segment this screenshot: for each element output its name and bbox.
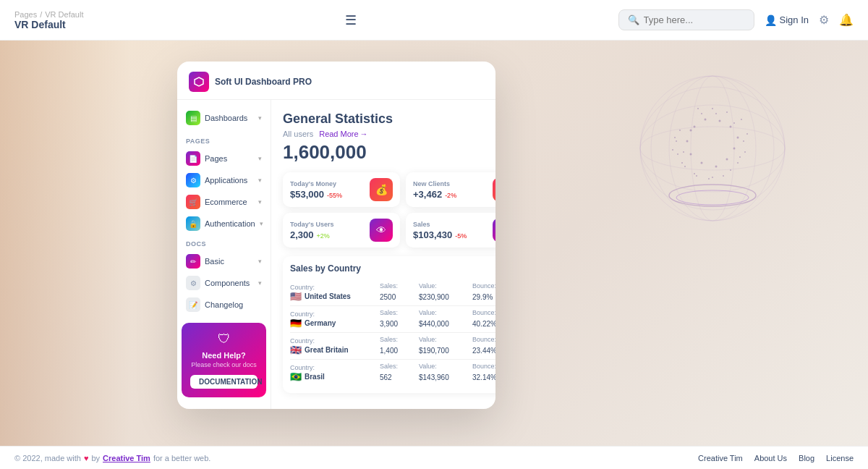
svg-point-8	[705, 119, 707, 121]
country-cell: Country: 🇩🇪 Germany	[290, 310, 377, 329]
svg-point-39	[739, 156, 741, 158]
pages-icon: 📄	[186, 151, 200, 166]
breadcrumb-pages[interactable]: Pages	[14, 10, 37, 19]
footer-links: Creative Tim About Us Blog License	[698, 454, 854, 462]
svg-point-20	[679, 130, 681, 131]
nav-left: Pages / VR Default VR Default	[14, 10, 83, 30]
stat-info-money: Today's Money $53,000 -55%	[290, 180, 342, 200]
stat-info-clients: New Clients +3,462 -2%	[413, 180, 456, 200]
dashboard-icon: ▤	[186, 111, 200, 125]
footer: © 2022, made with ♥ by Creative Tim for …	[0, 446, 868, 469]
svg-point-33	[672, 149, 673, 151]
svg-point-12	[733, 148, 736, 150]
sidebar-item-ecommerce[interactable]: 🛒 Ecommerce ▾	[177, 191, 271, 213]
sidebar-basic-label: Basic	[205, 257, 254, 266]
country-name: United States	[305, 292, 351, 300]
sidebar-item-changelog[interactable]: 📝 Changelog	[177, 294, 271, 316]
svg-point-21	[683, 151, 684, 153]
svg-marker-47	[195, 77, 203, 86]
sidebar-item-authentication[interactable]: 🔒 Authentication ▾	[177, 213, 271, 234]
breadcrumb-current: VR Default	[45, 10, 83, 19]
notification-icon[interactable]: 🔔	[839, 13, 854, 27]
card-body: ▤ Dashboards ▾ PAGES 📄 Pages ▾ ⚙ Applica…	[177, 100, 495, 409]
globe-svg	[633, 69, 792, 228]
footer-author-link[interactable]: Creative Tim	[103, 454, 150, 462]
search-input[interactable]	[644, 14, 745, 25]
chevron-basic-icon: ▾	[258, 258, 262, 265]
chevron-auth-icon: ▾	[260, 220, 263, 227]
stats-title: General Statistics	[283, 111, 495, 127]
brand-logo	[189, 72, 209, 92]
sign-in-button[interactable]: 👤 Sign In	[765, 14, 809, 26]
help-icon: 🛡	[190, 331, 258, 347]
sidebar-item-basic[interactable]: ✏ Basic ▾	[177, 250, 271, 272]
stat-info-sales: Sales $103,430 -5%	[413, 221, 467, 240]
svg-point-34	[674, 137, 676, 138]
chevron-down-icon: ▾	[258, 114, 262, 122]
stats-cards-grid: Today's Money $53,000 -55% 💰 New Clients…	[283, 172, 495, 248]
footer-creative-tim[interactable]: Creative Tim	[698, 454, 743, 462]
svg-point-0	[640, 76, 785, 221]
read-more-link[interactable]: Read More →	[319, 130, 367, 138]
table-row: Country: 🇬🇧 Great Britain Sales: 1,400 V…	[290, 333, 495, 360]
documentation-button[interactable]: DOCUMENTATION	[190, 375, 258, 389]
stat-card-users: Today's Users 2,300 +2% 👁	[283, 213, 400, 248]
stat-card-money: Today's Money $53,000 -55% 💰	[283, 172, 400, 207]
footer-about-us[interactable]: About Us	[754, 454, 787, 462]
applications-icon: ⚙	[186, 173, 200, 187]
sidebar-item-components[interactable]: ⚙ Components ▾	[177, 272, 271, 294]
stat-value-users: 2,300	[290, 229, 314, 240]
stat-icon-sales: 🛒	[493, 219, 495, 242]
country-cell: Country: 🇧🇷 Brasil	[290, 364, 377, 382]
svg-point-25	[741, 119, 742, 120]
stat-label-sales: Sales	[413, 221, 467, 228]
stat-label-clients: New Clients	[413, 180, 456, 187]
svg-point-44	[677, 153, 678, 155]
sidebar-changelog-label: Changelog	[205, 300, 262, 309]
flag-icon: 🇩🇪	[290, 318, 302, 329]
svg-point-28	[737, 162, 739, 164]
auth-icon: 🔒	[186, 216, 200, 231]
svg-point-18	[690, 130, 692, 132]
flag-icon: 🇬🇧	[290, 345, 302, 355]
svg-point-23	[712, 108, 713, 109]
flag-icon: 🇺🇸	[290, 291, 302, 302]
sales-rows: Country: 🇺🇸 United States Sales: 2500 Va…	[290, 279, 495, 386]
components-icon: ⚙	[186, 276, 200, 290]
sidebar-dashboards[interactable]: ▤ Dashboards ▾	[177, 107, 271, 129]
flag-icon: 🇧🇷	[290, 371, 302, 382]
footer-blog[interactable]: Blog	[799, 454, 814, 462]
hamburger-icon[interactable]: ☰	[345, 12, 357, 28]
svg-point-45	[669, 185, 756, 206]
sidebar-item-pages[interactable]: 📄 Pages ▾	[177, 148, 271, 169]
svg-point-40	[730, 169, 731, 171]
footer-license[interactable]: License	[826, 454, 854, 462]
svg-point-7	[694, 126, 696, 128]
stat-value-clients: +3,462	[413, 189, 442, 200]
svg-point-16	[690, 153, 692, 156]
svg-point-35	[701, 113, 702, 114]
svg-point-2	[640, 105, 785, 192]
stat-icon-users: 👁	[370, 219, 393, 242]
need-help-title: Need Help?	[190, 351, 258, 360]
svg-point-32	[681, 162, 683, 164]
svg-point-3	[640, 87, 785, 210]
sidebar-item-applications[interactable]: ⚙ Applications ▾	[177, 169, 271, 191]
search-box[interactable]: 🔍	[618, 9, 754, 30]
sidebar-applications-label: Applications	[205, 176, 254, 185]
settings-icon[interactable]: ⚙	[819, 13, 829, 27]
sales-cell: Sales: 3,900	[380, 309, 416, 329]
dashboards-label: Dashboards	[205, 114, 254, 122]
footer-copyright: © 2022, made with ♥ by Creative Tim for …	[14, 454, 210, 462]
stat-label-money: Today's Money	[290, 180, 342, 187]
svg-point-14	[715, 166, 718, 168]
stat-icon-clients: 👤	[493, 178, 495, 201]
chevron-pages-icon: ▾	[258, 155, 262, 162]
sidebar: ▤ Dashboards ▾ PAGES 📄 Pages ▾ ⚙ Applica…	[177, 100, 271, 409]
sidebar-ecommerce-label: Ecommerce	[205, 198, 254, 206]
svg-point-24	[726, 111, 728, 113]
changelog-icon: 📝	[186, 297, 200, 312]
page-title: VR Default	[14, 19, 83, 30]
svg-point-13	[726, 159, 728, 161]
value-cell: Value: $230,900	[419, 282, 469, 303]
